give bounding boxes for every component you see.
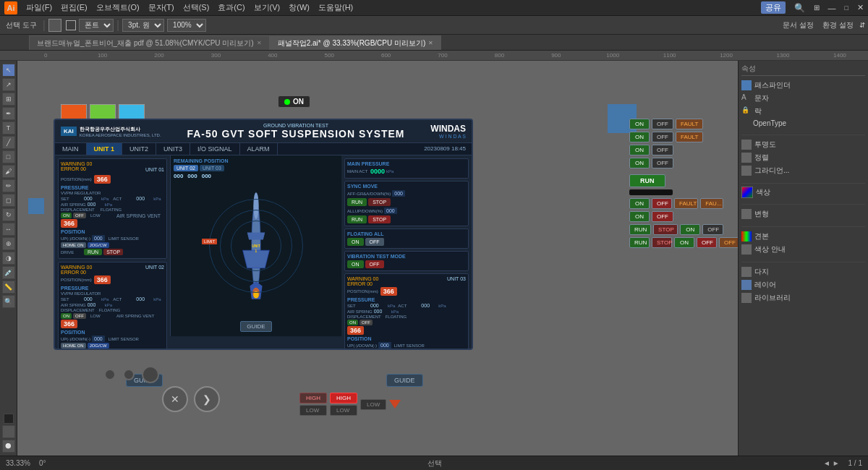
float-off-7[interactable]: OFF — [702, 224, 723, 235]
fill-btn[interactable] — [4, 414, 14, 424]
float-off-6[interactable]: OFF — [652, 211, 673, 222]
menu-file[interactable]: 파일(F) — [26, 2, 52, 13]
float-on-1[interactable]: ON — [629, 119, 650, 129]
float-on-2[interactable]: ON — [629, 132, 650, 142]
fill-color-swatch[interactable] — [48, 19, 61, 32]
panel-item-transform[interactable]: 변형 — [741, 208, 865, 221]
unit03-tab[interactable]: UNIT 03 — [200, 165, 224, 171]
tab-close-ai[interactable]: ✕ — [428, 40, 433, 46]
search-icon[interactable]: 🔍 — [794, 3, 805, 13]
unit01-jog-btn[interactable]: JOG/CW — [88, 242, 109, 248]
opacity-select[interactable]: 100% — [167, 19, 206, 32]
allup-run-btn[interactable]: RUN — [347, 215, 367, 223]
medium-circle[interactable] — [142, 366, 159, 383]
vib-on-btn[interactable]: ON — [347, 260, 364, 268]
float-on-5[interactable]: ON — [629, 198, 650, 209]
panel-item-color-guide[interactable]: 색상 안내 — [741, 243, 865, 256]
unit02-stop-btn[interactable]: STOP — [103, 349, 123, 350]
unit01-on-off-row[interactable]: ON OFF LOW AIR SPRING VENT — [61, 213, 164, 218]
panel-item-pathfinder[interactable]: 패스파인더 — [741, 79, 865, 92]
panel-item-layers[interactable]: 레이어 — [741, 278, 865, 291]
unit03-on-btn[interactable]: ON — [347, 320, 358, 325]
high-signal-dark[interactable]: HIGH — [299, 393, 327, 403]
zoom-tool-btn[interactable]: 🔍 — [2, 295, 15, 308]
float-run-btn[interactable]: RUN — [629, 174, 665, 187]
tab-unit1[interactable]: UNIT 1 — [87, 143, 123, 155]
small-circle-1[interactable] — [104, 369, 116, 380]
panel-item-lock[interactable]: 🔒 락 — [741, 105, 865, 118]
float-fault-5[interactable]: FAULT — [674, 198, 698, 209]
tab-alarm[interactable]: ALARM — [240, 143, 278, 155]
selection-tool[interactable]: 선택 도구 — [3, 20, 40, 31]
guide-bottom2-btn[interactable]: GUIDE — [386, 374, 423, 387]
unit02-tab[interactable]: UNIT 02 — [174, 165, 198, 171]
canvas-area[interactable]: ON KAI 한국항공우주산업주식회사 KOREA AEROSPACE INDU… — [17, 61, 738, 456]
close-icon[interactable]: ✕ — [857, 3, 864, 12]
float-fault-1[interactable]: FAULT — [676, 119, 703, 129]
menu-effects[interactable]: 효과(C) — [218, 2, 244, 13]
unit01-on-btn[interactable]: ON — [61, 213, 72, 218]
float-stop-2[interactable]: STOP — [653, 224, 678, 235]
float-on-8[interactable]: ON — [674, 237, 694, 248]
float-on-6[interactable]: ON — [629, 211, 650, 222]
unit02-on-btn[interactable]: ON — [61, 313, 72, 319]
small-circle-2[interactable] — [123, 369, 135, 380]
text-btn[interactable]: T — [2, 121, 15, 134]
float-run-2[interactable]: RUN — [629, 224, 651, 235]
panel-item-transparency[interactable]: 투명도 — [741, 138, 865, 151]
gradient-btn[interactable]: ◑ — [2, 252, 15, 265]
pen-btn[interactable]: ✒ — [2, 107, 15, 120]
on-indicator[interactable]: ON — [278, 95, 310, 108]
stroke-swatch[interactable] — [66, 20, 76, 30]
artboard-btn[interactable]: ⊞ — [2, 93, 15, 106]
menu-select[interactable]: 선택(S) — [183, 2, 210, 13]
float-off-5[interactable]: OFF — [652, 198, 672, 209]
eyedropper-btn[interactable]: 💉 — [2, 266, 15, 279]
menu-edit[interactable]: 편집(E) — [61, 2, 88, 13]
sync-run-btn[interactable]: RUN — [347, 198, 367, 206]
float-on-btn[interactable]: ON — [347, 238, 364, 246]
float-on-4[interactable]: ON — [629, 158, 650, 168]
color-mode-btn[interactable]: ⚪ — [2, 440, 15, 453]
stroke-btn[interactable] — [2, 425, 15, 438]
pencil-btn[interactable]: ✏ — [2, 179, 15, 192]
float-off-8[interactable]: OFF — [697, 237, 717, 248]
unit03-homeon-btn[interactable]: HOME ON — [347, 349, 373, 350]
measure-btn[interactable]: 📏 — [2, 281, 15, 294]
next-circle-btn[interactable]: ❯ — [194, 386, 220, 412]
low-signal-2[interactable]: LOW — [330, 405, 357, 416]
shape-builder-btn[interactable]: ⊕ — [2, 237, 15, 250]
menu-help[interactable]: 도움말(H) — [318, 2, 353, 13]
panel-item-type[interactable]: A 문자 — [741, 92, 865, 105]
scale-btn[interactable]: ↔ — [2, 223, 15, 236]
low-signal-3[interactable]: LOW — [360, 399, 386, 410]
direct-select-btn[interactable]: ↗ — [2, 78, 15, 91]
unit02-run-btn[interactable]: RUN — [84, 349, 102, 350]
float-off-2[interactable]: OFF — [652, 132, 673, 142]
unit03-off-btn[interactable]: OFF — [359, 320, 373, 325]
float-off-3[interactable]: OFF — [652, 145, 673, 155]
selection-tool-btn[interactable]: ↖ — [2, 64, 15, 77]
stroke-weight[interactable]: 3pt. 원 — [122, 19, 164, 32]
tab-pdf[interactable]: 브랜드매뉴얼_폰트비어_재출 pdf @ 51.08%(CMYK/CPU 미리보… — [29, 35, 270, 50]
eraser-btn[interactable]: ◻ — [2, 194, 15, 207]
float-fault-5b[interactable]: FAU... — [700, 198, 723, 209]
float-fault-8[interactable]: OFF — [719, 237, 738, 248]
menu-view[interactable]: 보기(V) — [254, 2, 281, 13]
vib-off-btn[interactable]: OFF — [365, 260, 384, 268]
low-signal-1[interactable]: LOW — [299, 405, 327, 416]
float-fault-2[interactable]: FAULT — [676, 132, 703, 142]
tab-unit3[interactable]: UNIT3 — [156, 143, 190, 155]
unit02-homeon-btn[interactable]: HOME ON — [61, 343, 86, 349]
unit01-homeon-row[interactable]: HOME ON JOG/CW — [61, 242, 164, 248]
panel-item-align[interactable]: 정렬 — [741, 151, 865, 164]
resize-icon[interactable]: □ — [845, 4, 848, 12]
float-off-4[interactable]: OFF — [652, 158, 673, 168]
unit02-off-btn[interactable]: OFF — [73, 313, 86, 319]
float-on-3[interactable]: ON — [629, 145, 650, 155]
tab-unit2[interactable]: UNIT2 — [122, 143, 156, 155]
unit01-run-btn[interactable]: RUN — [84, 249, 102, 255]
panel-item-library[interactable]: 라이브러리 — [741, 291, 865, 304]
font-select[interactable]: 폰트 — [79, 19, 114, 32]
close-circle-btn[interactable]: ✕ — [162, 386, 188, 412]
